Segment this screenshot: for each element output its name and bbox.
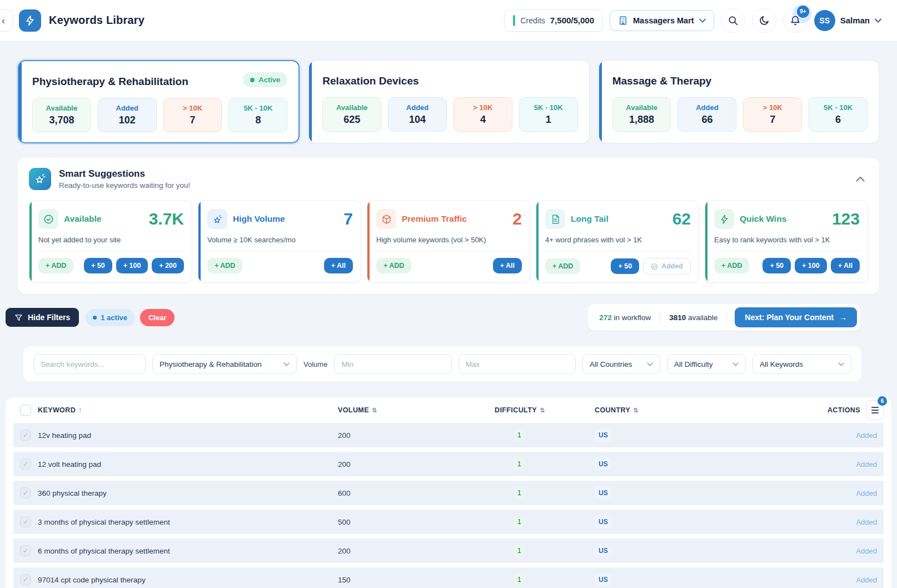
active-label: Active — [258, 76, 280, 84]
search-button[interactable] — [721, 8, 745, 33]
arrow-right-icon: → — [839, 313, 847, 322]
country-select[interactable]: All Countries — [582, 354, 660, 374]
app-logo-icon — [19, 9, 41, 32]
add-button[interactable]: + ADD — [376, 258, 411, 273]
add-50-button[interactable]: + 50 — [611, 258, 639, 274]
volume-cell: 600 — [338, 489, 495, 497]
add-all-button[interactable]: + All — [324, 258, 353, 273]
credits-label: Credits — [520, 16, 545, 25]
row-checkbox[interactable]: ✓ — [20, 545, 31, 556]
volume-label: Volume — [303, 360, 327, 368]
difficulty-cell: 1 — [495, 487, 595, 499]
add-button[interactable]: + ADD — [714, 258, 749, 273]
add-button[interactable]: + ADD — [38, 258, 73, 273]
chevron-down-icon — [647, 362, 653, 366]
active-badge: Active — [243, 72, 287, 87]
status-dot-icon — [250, 78, 255, 82]
project-select[interactable]: Physiotherapy & Rehabilitation — [152, 354, 297, 374]
difficulty-select[interactable]: All Difficulty — [667, 354, 746, 374]
project-card-physiotherapy[interactable]: Physiotherapy & Rehabilitation Active Av… — [18, 60, 300, 143]
add-200-button[interactable]: + 200 — [152, 258, 184, 273]
select-all-checkbox[interactable] — [20, 405, 31, 416]
star-icon — [207, 209, 227, 229]
table-row: ✓ 97014 cpt code physical therapy 150 1 … — [13, 567, 884, 588]
column-difficulty[interactable]: DIFFICULTY⇅ — [495, 406, 595, 414]
workspace-selector[interactable]: Massagers Mart — [610, 10, 714, 31]
stat-5k-10k: 5K - 10K6 — [809, 97, 868, 132]
project-card-massage[interactable]: Massage & Therapy Available1,888 Added66… — [599, 60, 879, 143]
add-button[interactable]: + ADD — [207, 258, 242, 273]
add-button[interactable]: + ADD — [545, 258, 580, 274]
sparkle-star-icon — [29, 168, 51, 190]
add-50-button[interactable]: + 50 — [84, 258, 112, 273]
country-cell: US — [595, 458, 811, 470]
stat-over-10k: > 10K4 — [454, 97, 512, 132]
row-checkbox[interactable]: ✓ — [20, 430, 31, 441]
status-badge: Added — [811, 518, 884, 526]
stat-available: Available1,888 — [612, 97, 671, 132]
row-checkbox[interactable]: ✓ — [20, 516, 31, 527]
row-checkbox[interactable]: ✓ — [20, 574, 31, 585]
country-cell: US — [595, 545, 811, 557]
status-badge: Added — [811, 547, 884, 555]
filter-bar: Physiotherapy & Rehabilitation Volume Al… — [23, 346, 861, 382]
add-100-button[interactable]: + 100 — [795, 258, 827, 273]
difficulty-cell: 1 — [495, 545, 595, 557]
column-keyword[interactable]: KEYWORD↑ — [38, 406, 338, 414]
stat-added: Added66 — [677, 97, 736, 132]
hide-filters-button[interactable]: Hide Filters — [6, 308, 79, 327]
keyword-cell: 97014 cpt code physical therapy — [38, 576, 338, 584]
project-name: Massage & Therapy — [612, 75, 711, 87]
status-badge: Added — [811, 489, 884, 497]
check-circle-icon — [651, 263, 658, 270]
stat-available: Available625 — [322, 97, 381, 132]
column-country[interactable]: COUNTRY⇅ — [595, 406, 811, 414]
stat-added: Added102 — [98, 98, 157, 132]
next-plan-content-button[interactable]: Next: Plan Your Content → — [735, 307, 857, 327]
stat-over-10k: > 10K7 — [163, 98, 222, 132]
document-icon — [545, 209, 565, 229]
back-button[interactable]: ‹ — [0, 9, 13, 32]
stat-5k-10k: 5K - 10K8 — [228, 98, 287, 132]
row-checkbox[interactable]: ✓ — [20, 487, 31, 499]
theme-toggle-button[interactable] — [752, 8, 776, 33]
column-volume[interactable]: VOLUME⇅ — [338, 406, 495, 414]
column-settings-button[interactable]: 6 — [866, 400, 884, 420]
suggestion-count: 2 — [512, 211, 522, 227]
collapse-button[interactable] — [853, 173, 868, 185]
country-cell: US — [595, 487, 811, 499]
active-filters-badge: 1 active — [86, 309, 134, 326]
suggestion-card-long-tail: Long Tail 62 4+ word phrases with vol > … — [536, 200, 699, 283]
filters-toolbar: Hide Filters 1 active Clear 272 in workf… — [6, 304, 860, 331]
add-100-button[interactable]: + 100 — [116, 258, 148, 273]
chevron-down-icon — [875, 18, 881, 23]
credits-meter-icon — [513, 15, 515, 26]
difficulty-cell: 1 — [495, 574, 595, 586]
keyword-cell: 12 volt heating pad — [38, 460, 338, 469]
add-all-button[interactable]: + All — [831, 258, 860, 273]
added-button[interactable]: Added — [643, 258, 691, 275]
volume-min-input[interactable] — [334, 354, 451, 374]
search-input[interactable] — [33, 354, 146, 374]
moon-icon — [759, 15, 770, 26]
user-menu[interactable]: SS Salman — [814, 10, 881, 31]
volume-max-input[interactable] — [459, 354, 576, 374]
notifications-button[interactable]: 9+ — [783, 8, 808, 33]
suggestions-subtitle: Ready-to-use keywords waiting for you! — [59, 181, 190, 190]
country-cell: US — [595, 516, 811, 528]
chevron-down-icon — [732, 362, 739, 366]
project-card-relaxation[interactable]: Relaxation Devices Available625 Added104… — [308, 60, 589, 143]
add-50-button[interactable]: + 50 — [763, 258, 791, 273]
suggestion-card-premium-traffic: Premium Traffic 2 High volume keywords (… — [367, 200, 530, 283]
funnel-icon — [14, 313, 23, 322]
clear-filters-button[interactable]: Clear — [140, 309, 175, 326]
row-checkbox[interactable]: ✓ — [20, 459, 31, 470]
building-icon — [618, 16, 628, 26]
add-all-button[interactable]: + All — [493, 258, 522, 273]
status-badge: Added — [811, 576, 884, 584]
volume-cell: 500 — [338, 518, 495, 526]
page-title: Keywords Library — [49, 14, 144, 27]
keywords-select[interactable]: All Keywords — [753, 354, 851, 374]
suggestion-count: 3.7K — [149, 211, 184, 227]
credits-badge: Credits 7,500/5,000 — [504, 9, 603, 32]
